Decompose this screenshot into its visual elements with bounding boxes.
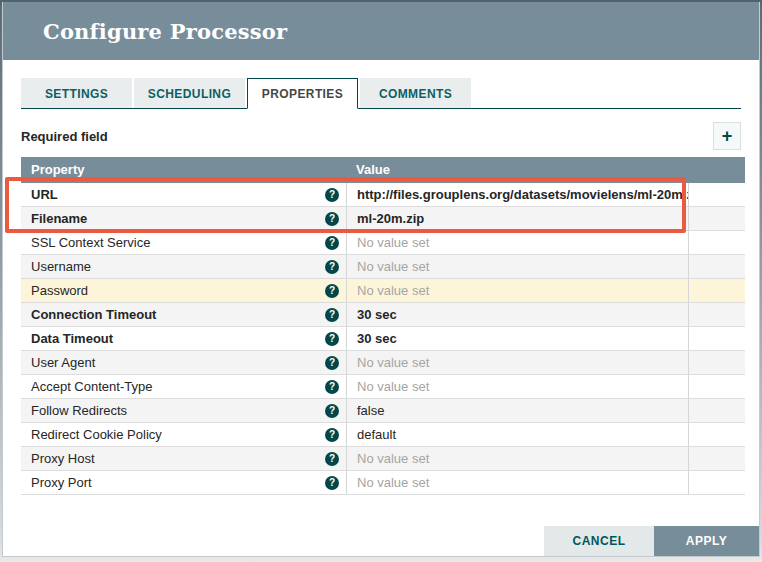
property-name-cell: Data Timeout?	[21, 327, 346, 350]
help-icon[interactable]: ?	[325, 188, 339, 202]
property-value[interactable]: http://files.grouplens.org/datasets/movi…	[346, 183, 688, 206]
row-actions-cell	[688, 231, 745, 254]
dialog-title: Configure Processor	[43, 19, 287, 44]
property-value[interactable]: default	[346, 423, 688, 446]
apply-button[interactable]: APPLY	[654, 526, 759, 556]
help-icon[interactable]: ?	[325, 308, 339, 322]
help-icon[interactable]: ?	[325, 380, 339, 394]
help-icon[interactable]: ?	[325, 212, 339, 226]
help-icon[interactable]: ?	[325, 284, 339, 298]
property-value[interactable]: No value set	[346, 447, 688, 470]
row-actions-cell	[688, 351, 745, 374]
property-value[interactable]: No value set	[346, 375, 688, 398]
row-actions-cell	[688, 327, 745, 350]
help-icon[interactable]: ?	[325, 452, 339, 466]
help-icon[interactable]: ?	[325, 356, 339, 370]
property-name-cell: User Agent?	[21, 351, 346, 374]
property-name: Proxy Port	[31, 471, 92, 494]
tab-bar: SETTINGSSCHEDULINGPROPERTIESCOMMENTS	[21, 78, 741, 109]
row-actions-cell	[688, 399, 745, 422]
property-row: Password?No value set	[21, 279, 745, 303]
column-header-value: Value	[346, 157, 688, 183]
property-name: Password	[31, 279, 88, 302]
row-actions-cell	[688, 255, 745, 278]
property-value[interactable]: No value set	[346, 351, 688, 374]
property-name: URL	[31, 183, 58, 206]
row-actions-cell	[688, 471, 745, 494]
property-name-cell: Connection Timeout?	[21, 303, 346, 326]
property-name: Proxy Host	[31, 447, 95, 470]
tab-settings[interactable]: SETTINGS	[21, 78, 132, 108]
property-row: User Agent?No value set	[21, 351, 745, 375]
property-name-cell: SSL Context Service?	[21, 231, 346, 254]
property-name: User Agent	[31, 351, 95, 374]
help-icon[interactable]: ?	[325, 260, 339, 274]
property-value[interactable]: No value set	[346, 255, 688, 278]
property-value[interactable]: No value set	[346, 279, 688, 302]
property-name: Username	[31, 255, 91, 278]
property-value[interactable]: No value set	[346, 231, 688, 254]
property-name: Accept Content-Type	[31, 375, 152, 398]
row-actions-cell	[688, 279, 745, 302]
dialog-actions: CANCEL APPLY	[544, 526, 759, 556]
property-row: Data Timeout?30 sec	[21, 327, 745, 351]
property-name-cell: Proxy Port?	[21, 471, 346, 494]
property-row: Proxy Host?No value set	[21, 447, 745, 471]
property-name-cell: Username?	[21, 255, 346, 278]
table-header: Property Value	[21, 157, 745, 183]
property-name: Connection Timeout	[31, 303, 156, 326]
property-value[interactable]: No value set	[346, 471, 688, 494]
column-header-property: Property	[21, 157, 346, 183]
property-name-cell: URL?	[21, 183, 346, 206]
property-name-cell: Proxy Host?	[21, 447, 346, 470]
row-actions-cell	[688, 303, 745, 326]
tab-properties[interactable]: PROPERTIES	[247, 78, 358, 109]
tab-comments[interactable]: COMMENTS	[360, 78, 471, 108]
plus-icon: +	[722, 126, 733, 146]
property-value[interactable]: false	[346, 399, 688, 422]
dialog-header: Configure Processor	[3, 2, 759, 60]
property-name: Filename	[31, 207, 87, 230]
property-row: Redirect Cookie Policy?default	[21, 423, 745, 447]
cancel-button[interactable]: CANCEL	[544, 526, 654, 556]
row-actions-cell	[688, 183, 745, 206]
add-property-button[interactable]: +	[713, 122, 741, 150]
property-row: Follow Redirects?false	[21, 399, 745, 423]
property-value[interactable]: 30 sec	[346, 303, 688, 326]
property-name: SSL Context Service	[31, 231, 150, 254]
required-field-label: Required field	[21, 129, 108, 144]
property-row: URL?http://files.grouplens.org/datasets/…	[21, 183, 745, 207]
property-name: Data Timeout	[31, 327, 113, 350]
property-value[interactable]: 30 sec	[346, 327, 688, 350]
property-row: Username?No value set	[21, 255, 745, 279]
column-header-extra	[688, 157, 745, 183]
property-name-cell: Filename?	[21, 207, 346, 230]
property-name: Follow Redirects	[31, 399, 127, 422]
help-icon[interactable]: ?	[325, 404, 339, 418]
property-name-cell: Follow Redirects?	[21, 399, 346, 422]
help-icon[interactable]: ?	[325, 476, 339, 490]
properties-table: Property Value URL?http://files.grouplen…	[21, 157, 745, 495]
help-icon[interactable]: ?	[325, 428, 339, 442]
property-name-cell: Password?	[21, 279, 346, 302]
configure-processor-dialog: Configure Processor SETTINGSSCHEDULINGPR…	[2, 2, 760, 557]
row-actions-cell	[688, 447, 745, 470]
property-row: Proxy Port?No value set	[21, 471, 745, 495]
property-row: Accept Content-Type?No value set	[21, 375, 745, 399]
row-actions-cell	[688, 423, 745, 446]
row-actions-cell	[688, 375, 745, 398]
property-name-cell: Redirect Cookie Policy?	[21, 423, 346, 446]
help-icon[interactable]: ?	[325, 236, 339, 250]
property-row: Connection Timeout?30 sec	[21, 303, 745, 327]
help-icon[interactable]: ?	[325, 332, 339, 346]
property-row: SSL Context Service?No value set	[21, 231, 745, 255]
property-row: Filename?ml-20m.zip	[21, 207, 745, 231]
property-value[interactable]: ml-20m.zip	[346, 207, 688, 230]
property-name: Redirect Cookie Policy	[31, 423, 162, 446]
row-actions-cell	[688, 207, 745, 230]
table-body: URL?http://files.grouplens.org/datasets/…	[21, 183, 745, 495]
tab-scheduling[interactable]: SCHEDULING	[134, 78, 245, 108]
property-name-cell: Accept Content-Type?	[21, 375, 346, 398]
